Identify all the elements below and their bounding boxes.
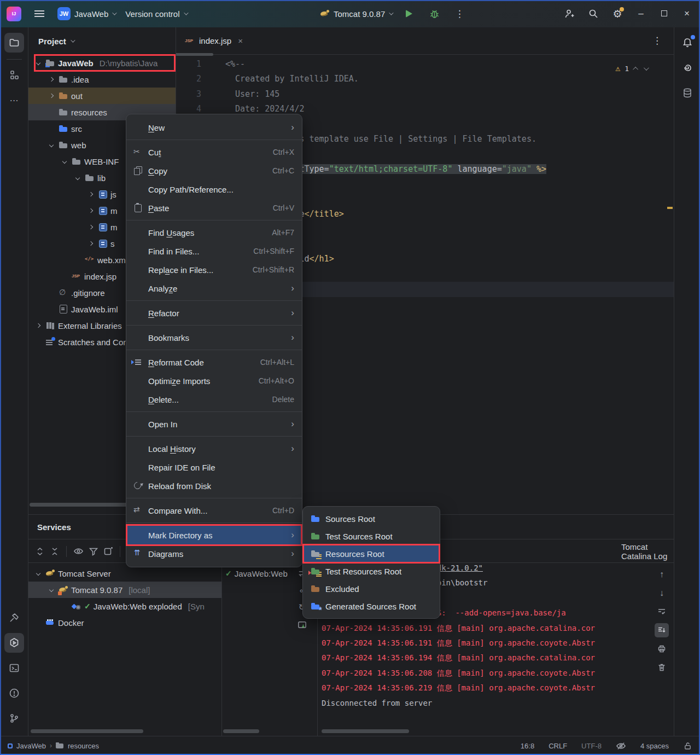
menu-item-refactor[interactable]: Refactor ›: [126, 304, 302, 322]
menu-item-copy-path[interactable]: Copy Path/Reference...: [126, 180, 302, 199]
minimize-button[interactable]: –: [633, 8, 649, 19]
play-icon: [406, 10, 412, 18]
caret-position[interactable]: 16:8: [521, 742, 534, 750]
close-icon[interactable]: ×: [238, 36, 243, 45]
tree-item-out[interactable]: out: [28, 88, 176, 104]
tab-index-jsp[interactable]: index.jsp ×: [176, 27, 250, 54]
menu-item-copy[interactable]: Copy Ctrl+C: [126, 161, 302, 180]
menu-item-bookmarks[interactable]: Bookmarks ›: [126, 328, 302, 347]
services-item-tomcat-9087[interactable]: Tomcat 9.0.87 [local]: [28, 582, 221, 598]
search-everywhere-button[interactable]: [585, 5, 602, 22]
chevron-down-icon[interactable]: [71, 38, 75, 42]
tree-item-javaweb[interactable]: JavaWeb D:\mybatis\Java: [28, 55, 176, 71]
print-icon[interactable]: [655, 642, 669, 656]
scroll-down-icon[interactable]: ↓: [655, 586, 669, 600]
structure-tool-button[interactable]: [4, 65, 24, 85]
menu-separator: [126, 350, 302, 350]
tab-catalina-log[interactable]: Tomcat Catalina Log: [621, 540, 674, 563]
code-with-me-button[interactable]: [561, 5, 578, 22]
filter-icon[interactable]: [89, 547, 98, 556]
highlighting-off-eye-icon[interactable]: [616, 741, 626, 751]
git-branch-icon: [9, 713, 20, 724]
horizontal-scrollbar[interactable]: [322, 729, 409, 733]
database-tool-button[interactable]: [678, 83, 697, 103]
services-item-docker[interactable]: Docker: [28, 614, 221, 631]
submenu-item-test-resources-root[interactable]: Test Resources Root: [303, 562, 440, 580]
services-item-tomcat-server[interactable]: Tomcat Server: [28, 565, 221, 582]
menu-item-paste[interactable]: Paste Ctrl+V: [126, 199, 302, 217]
menu-item-repair-ide[interactable]: Repair IDE on File: [126, 458, 302, 477]
horizontal-scrollbar[interactable]: [31, 729, 143, 733]
submenu-item-excluded[interactable]: Excluded: [303, 580, 440, 597]
menu-item-optimize-imports[interactable]: Optimize Imports Ctrl+Alt+O: [126, 371, 302, 390]
breadcrumb[interactable]: JavaWeb › resources: [8, 742, 99, 750]
menu-item-diagrams[interactable]: Diagrams ›: [126, 544, 302, 563]
vcs-widget[interactable]: Version control: [125, 9, 186, 19]
inspections-widget[interactable]: ⚠ 1: [615, 61, 648, 76]
clear-trash-icon[interactable]: [655, 660, 669, 675]
editor-options-kebab-icon[interactable]: ⋮: [652, 35, 662, 47]
ai-assistant-button[interactable]: [678, 58, 697, 78]
submenu-item-resources-root[interactable]: Resources Root: [303, 545, 440, 562]
menu-item-compare-with[interactable]: Compare With... Ctrl+D: [126, 501, 302, 520]
show-options-eye-icon[interactable]: [73, 546, 84, 556]
indent-setting[interactable]: 4 spaces: [640, 742, 669, 750]
prev-problem-icon[interactable]: [633, 67, 638, 72]
submenu-item-sources-root[interactable]: Sources Root: [303, 510, 440, 527]
close-button[interactable]: ×: [679, 8, 695, 19]
import-icon[interactable]: [297, 620, 307, 630]
services-item-javaweb-exploded[interactable]: ✓ JavaWeb:Web exploded [Syn: [28, 598, 221, 614]
submenu-arrow-icon: ›: [291, 530, 294, 541]
run-configuration-widget[interactable]: Tomcat 9.0.87: [320, 9, 392, 19]
deployment-list: ✓ JavaWeb:Web exploded: [222, 565, 288, 582]
scroll-to-end-icon[interactable]: [655, 623, 669, 637]
line-separator[interactable]: CRLF: [549, 742, 567, 750]
project-widget[interactable]: JW JavaWeb: [57, 7, 115, 20]
menu-item-analyze[interactable]: Analyze ›: [126, 279, 302, 298]
scroll-up-icon[interactable]: ↑: [655, 567, 669, 582]
chevron-right-icon: ›: [50, 742, 52, 750]
deploy-item-javaweb[interactable]: ✓ JavaWeb:Web exploded: [222, 565, 288, 582]
menu-separator: [126, 140, 302, 140]
add-service-icon[interactable]: [103, 547, 113, 556]
file-encoding[interactable]: UTF-8: [581, 742, 602, 750]
menu-item-open-in[interactable]: Open In ›: [126, 415, 302, 433]
debug-button[interactable]: [426, 5, 442, 22]
project-tool-button[interactable]: [4, 33, 24, 53]
services-tool-button[interactable]: [4, 633, 24, 653]
main-menu-icon[interactable]: [34, 10, 44, 17]
notifications-button[interactable]: [678, 33, 697, 53]
menu-item-delete[interactable]: Delete... Delete: [126, 390, 302, 409]
menu-item-reformat-code[interactable]: Reformat Code Ctrl+Alt+L: [126, 353, 302, 371]
right-tool-rail: [674, 27, 700, 736]
submenu-item-test-sources-root[interactable]: Test Sources Root: [303, 527, 440, 545]
editor-tab-bar: index.jsp × ⋮: [176, 27, 674, 55]
git-tool-button[interactable]: [4, 708, 24, 728]
menu-item-new[interactable]: New ›: [126, 118, 302, 137]
unlock-icon[interactable]: [683, 741, 692, 751]
soft-wrap-icon[interactable]: [655, 605, 669, 619]
problems-tool-button[interactable]: [4, 683, 24, 703]
menu-item-mark-directory-as[interactable]: Mark Directory as ›: [126, 526, 302, 544]
menu-item-replace-in-files[interactable]: Replace in Files... Ctrl+Shift+R: [126, 260, 302, 279]
horizontal-scrollbar[interactable]: [223, 729, 259, 733]
menu-item-local-history[interactable]: Local History ›: [126, 439, 302, 458]
terminal-icon: [9, 663, 20, 673]
submenu-item-generated-sources-root[interactable]: Generated Sources Root: [303, 597, 440, 615]
expand-all-icon[interactable]: [35, 547, 45, 556]
collapse-all-icon[interactable]: [50, 547, 60, 556]
run-button[interactable]: [401, 5, 417, 22]
more-tool-windows-button[interactable]: ⋯: [4, 90, 24, 110]
menu-separator: [126, 498, 302, 498]
maximize-button[interactable]: [656, 8, 672, 19]
settings-button[interactable]: ⚙: [609, 5, 626, 22]
menu-item-find-usages[interactable]: Find Usages Alt+F7: [126, 223, 302, 242]
menu-item-find-in-files[interactable]: Find in Files... Ctrl+Shift+F: [126, 242, 302, 260]
menu-item-cut[interactable]: Cut Ctrl+X: [126, 143, 302, 161]
menu-item-reload-from-disk[interactable]: Reload from Disk: [126, 477, 302, 495]
ide-window: IJ JW JavaWeb Version control Tomcat 9.0…: [0, 0, 700, 755]
terminal-tool-button[interactable]: [4, 658, 24, 678]
build-tool-button[interactable]: [4, 608, 24, 628]
tree-item-idea[interactable]: .idea: [28, 71, 176, 88]
more-actions-button[interactable]: ⋮: [451, 5, 468, 22]
